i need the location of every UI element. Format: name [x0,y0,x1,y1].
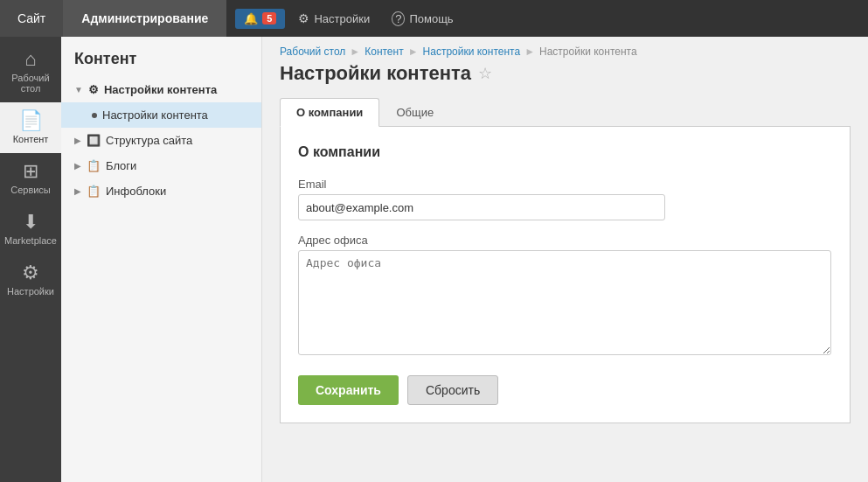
section-title: О компании [298,144,832,160]
tab-about-company[interactable]: О компании [280,98,379,127]
menu-sub-item-content-settings-label: Настройки контента [102,108,208,122]
sidebar-item-dashboard[interactable]: ⌂ Рабочий стол [0,41,61,102]
menu-item-content-settings[interactable]: ▼ ⚙ Настройки контента [61,77,261,102]
help-nav-button[interactable]: Помощь [383,9,462,29]
breadcrumb-sep-3: ► [524,45,535,58]
menu-item-icon-blogs: 📋 [87,159,101,172]
settings-icon: ⚙ [22,263,39,283]
bullet-icon [92,113,97,118]
top-nav-right: 🔔 5 Настройки Помощь [235,8,462,29]
site-tab-label: Сайт [17,11,45,25]
notifications-badge: 5 [262,12,276,24]
sidebar-icon-services-label: Сервисы [10,185,51,195]
breadcrumb-content-settings[interactable]: Настройки контента [423,45,521,58]
settings-nav-label: Настройки [314,12,370,25]
top-navigation: Сайт Администрирование 🔔 5 Настройки Пом… [0,0,868,37]
tab-general[interactable]: Общие [379,98,450,127]
breadcrumb-dashboard[interactable]: Рабочий стол [280,45,345,58]
form-buttons: Сохранить Сбросить [298,375,832,405]
address-field[interactable] [298,250,831,355]
favorite-star-icon[interactable]: ☆ [478,64,492,83]
menu-item-icon-structure: 🔲 [87,134,101,147]
menu-sub-item-content-settings[interactable]: Настройки контента [61,102,261,128]
notifications-button[interactable]: 🔔 5 [235,9,285,29]
arrow-down-icon: ▼ [74,85,83,94]
sidebar-menu-title: Контент [61,37,261,77]
home-icon: ⌂ [24,50,36,69]
marketplace-icon: ⬇ [23,213,38,232]
sidebar-item-services[interactable]: ⊞ Сервисы [0,153,61,204]
content-icon: 📄 [19,111,43,130]
help-nav-label: Помощь [409,12,453,25]
sidebar-icons: ⌂ Рабочий стол 📄 Контент ⊞ Сервисы ⬇ Mar… [0,37,61,482]
content-area: Рабочий стол ► Контент ► Настройки конте… [262,37,868,482]
settings-nav-button[interactable]: Настройки [289,8,378,29]
sidebar-icon-dashboard-label: Рабочий стол [4,73,57,94]
breadcrumb-content[interactable]: Контент [365,45,403,58]
tab-about-label: О компании [296,106,363,119]
save-button[interactable]: Сохранить [298,375,399,405]
sidebar-item-marketplace[interactable]: ⬇ Marketplace [0,204,61,255]
arrow-right-infoblocks-icon: ▶ [74,186,81,196]
page-title-area: Настройки контента ☆ [280,62,851,85]
gear-icon [298,11,309,25]
site-tab[interactable]: Сайт [0,0,64,37]
address-form-group: Адрес офиса [298,234,832,358]
menu-item-content-settings-label: Настройки контента [104,83,217,96]
sidebar-item-content[interactable]: 📄 Контент [0,102,61,153]
menu-item-infoblocks[interactable]: ▶ 📋 Инфоблоки [61,178,261,204]
admin-tab[interactable]: Администрирование [64,0,226,37]
breadcrumb-sep-2: ► [408,45,419,58]
section-panel: О компании Email Адрес офиса Сохранить С… [280,127,851,423]
sidebar-icon-content-label: Контент [13,134,49,144]
arrow-right-blogs-icon: ▶ [74,161,81,171]
menu-item-blogs-label: Блоги [106,159,136,172]
breadcrumb-sep-1: ► [350,45,360,58]
email-label: Email [298,178,832,191]
main-layout: ⌂ Рабочий стол 📄 Контент ⊞ Сервисы ⬇ Mar… [0,37,868,482]
breadcrumb: Рабочий стол ► Контент ► Настройки конте… [280,45,851,58]
email-field[interactable] [298,194,665,220]
sidebar-icon-settings-label: Настройки [7,286,54,297]
menu-item-blogs[interactable]: ▶ 📋 Блоги [61,153,261,178]
breadcrumb-current: Настройки контента [539,45,637,58]
page-title: Настройки контента [280,62,471,85]
menu-item-infoblocks-label: Инфоблоки [106,185,166,198]
services-icon: ⊞ [23,162,38,181]
bell-icon: 🔔 [244,12,258,25]
sidebar-icon-marketplace-label: Marketplace [4,235,57,246]
arrow-right-icon: ▶ [74,136,81,145]
menu-item-icon-settings: ⚙ [88,83,99,96]
menu-item-site-structure-label: Структура сайта [106,134,192,147]
reset-button[interactable]: Сбросить [407,375,498,405]
tabs-bar: О компании Общие [280,98,851,127]
tab-general-label: Общие [396,106,434,119]
sidebar-item-settings[interactable]: ⚙ Настройки [0,255,61,305]
sidebar-menu: Контент ▼ ⚙ Настройки контента Настройки… [61,37,262,482]
help-icon [392,12,405,25]
address-label: Адрес офиса [298,234,832,247]
admin-tab-label: Администрирование [81,11,208,25]
menu-item-icon-infoblocks: 📋 [87,185,101,198]
email-form-group: Email [298,178,832,220]
menu-item-site-structure[interactable]: ▶ 🔲 Структура сайта [61,128,261,153]
